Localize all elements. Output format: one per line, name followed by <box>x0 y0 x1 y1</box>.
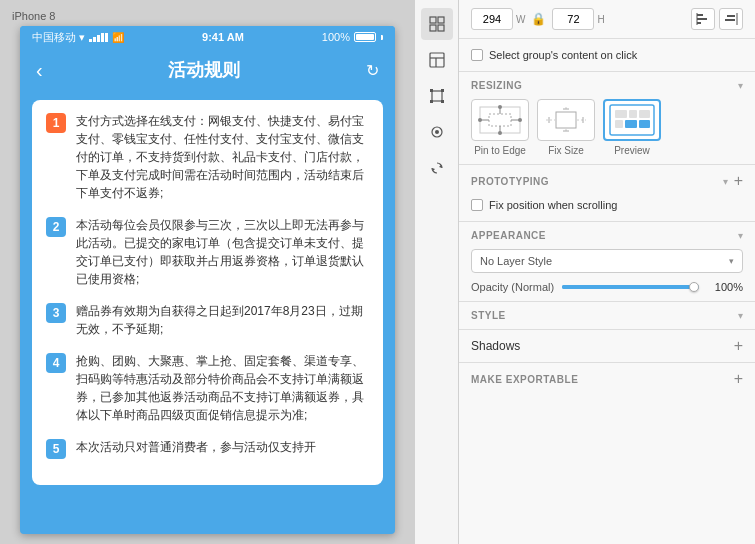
frame-icon <box>429 88 445 104</box>
style-header: STYLE ▾ <box>471 310 743 321</box>
svg-rect-9 <box>441 89 444 92</box>
svg-rect-7 <box>432 91 442 101</box>
wifi-icon: 📶 <box>112 32 124 43</box>
status-time: 9:41 AM <box>202 31 244 43</box>
fix-size-box <box>537 99 595 141</box>
resizing-section: RESIZING ▾ <box>459 72 755 165</box>
svg-rect-16 <box>697 22 701 24</box>
rules-card: 1 支付方式选择在线支付：网银支付、快捷支付、易付宝支付、零钱宝支付、任性付支付… <box>32 100 383 485</box>
fix-position-checkbox[interactable] <box>471 199 483 211</box>
fix-size-label: Fix Size <box>548 145 584 156</box>
frame-tool-button[interactable] <box>421 80 453 112</box>
battery-tip <box>381 35 383 40</box>
appearance-title: APPEARANCE <box>471 230 546 241</box>
svg-rect-15 <box>697 18 707 20</box>
select-group-section: Select group's content on click <box>459 39 755 72</box>
rule-item-3: 3 赠品券有效期为自获得之日起到2017年8月23日，过期无效，不予延期; <box>46 302 369 338</box>
export-title: MAKE EXPORTABLE <box>471 374 578 385</box>
rule-number-4: 4 <box>46 353 66 373</box>
select-group-row: Select group's content on click <box>471 47 743 63</box>
fix-position-row: Fix position when scrolling <box>471 197 743 213</box>
shadows-add-button[interactable]: + <box>734 338 743 354</box>
status-bar: 中国移动 ▾ 📶 9:41 AM 100% <box>20 26 395 48</box>
signal-bar-5 <box>105 33 108 42</box>
height-label: H <box>597 14 604 25</box>
svg-rect-11 <box>441 100 444 103</box>
opacity-label: Opacity (Normal) <box>471 281 554 293</box>
prototyping-header: PROTOTYPING ▾ + <box>471 173 743 189</box>
svg-rect-44 <box>615 120 623 128</box>
preview-label: Preview <box>614 145 650 156</box>
back-button[interactable]: ‹ <box>36 59 43 82</box>
rule-text-2: 本活动每位会员仅限参与三次，三次以上即无法再参与此活动。已提交的家电订单（包含提… <box>76 216 369 288</box>
layout-icon <box>429 52 445 68</box>
resize-options: Pin to Edge <box>471 99 743 156</box>
rule-text-4: 抢购、团购、大聚惠、掌上抢、固定套餐、渠道专享、扫码购等特惠活动及部分特价商品会… <box>76 352 369 424</box>
layer-style-select[interactable]: No Layer Style ▾ <box>471 249 743 273</box>
appearance-section: APPEARANCE ▾ No Layer Style ▾ Opacity (N… <box>459 222 755 302</box>
svg-rect-3 <box>438 25 444 31</box>
status-left: 中国移动 ▾ 📶 <box>32 30 124 45</box>
opacity-row: Opacity (Normal) 100% <box>471 281 743 293</box>
signal-bar-2 <box>93 37 96 42</box>
preview-option[interactable]: Preview <box>603 99 661 156</box>
star-icon <box>429 124 445 140</box>
svg-rect-42 <box>629 110 637 118</box>
rotate-icon <box>429 160 445 176</box>
shadows-section: Shadows + <box>459 330 755 363</box>
pin-to-edge-option[interactable]: Pin to Edge <box>471 99 529 156</box>
height-input[interactable] <box>552 8 594 30</box>
prototyping-section: PROTOTYPING ▾ + Fix position when scroll… <box>459 165 755 222</box>
width-input[interactable] <box>471 8 513 30</box>
select-group-checkbox[interactable] <box>471 49 483 61</box>
rule-text-1: 支付方式选择在线支付：网银支付、快捷支付、易付宝支付、零钱宝支付、任性付支付、支… <box>76 112 369 202</box>
svg-rect-46 <box>639 120 650 128</box>
align-right-button[interactable] <box>719 8 743 30</box>
nav-action-button[interactable]: ↻ <box>366 61 379 80</box>
svg-rect-2 <box>430 25 436 31</box>
rule-number-3: 3 <box>46 303 66 323</box>
width-field: W <box>471 8 525 30</box>
fix-size-option[interactable]: Fix Size <box>537 99 595 156</box>
rule-item-1: 1 支付方式选择在线支付：网银支付、快捷支付、易付宝支付、零钱宝支付、任性付支付… <box>46 112 369 202</box>
rotate-tool-button[interactable] <box>421 152 453 184</box>
svg-point-30 <box>498 131 502 135</box>
rule-number-5: 5 <box>46 439 66 459</box>
layout-tool-button[interactable] <box>421 44 453 76</box>
opacity-value: 100% <box>707 281 743 293</box>
opacity-slider[interactable] <box>562 285 699 289</box>
pin-edge-label: Pin to Edge <box>474 145 526 156</box>
style-chevron[interactable]: ▾ <box>738 310 743 321</box>
svg-point-13 <box>435 130 439 134</box>
rule-number-2: 2 <box>46 217 66 237</box>
opacity-thumb <box>689 282 699 292</box>
prototyping-chevron[interactable]: ▾ <box>723 176 728 187</box>
prototyping-add-button[interactable]: + <box>734 173 743 189</box>
resizing-header: RESIZING ▾ <box>471 80 743 91</box>
rule-text-5: 本次活动只对普通消费者，参与活动仅支持开 <box>76 438 316 456</box>
svg-rect-1 <box>438 17 444 23</box>
svg-rect-18 <box>727 15 735 17</box>
svg-rect-4 <box>430 53 444 67</box>
export-header: MAKE EXPORTABLE + <box>471 371 743 387</box>
svg-rect-8 <box>430 89 433 92</box>
battery-percent: 100% <box>322 31 350 43</box>
height-field: H <box>552 8 604 30</box>
grid-tool-button[interactable] <box>421 8 453 40</box>
svg-point-29 <box>498 105 502 109</box>
rule-item-5: 5 本次活动只对普通消费者，参与活动仅支持开 <box>46 438 369 459</box>
appearance-chevron[interactable]: ▾ <box>738 230 743 241</box>
svg-rect-43 <box>639 110 650 118</box>
svg-rect-22 <box>489 114 511 126</box>
content-area: 1 支付方式选择在线支付：网银支付、快捷支付、易付宝支付、零钱宝支付、任性付支付… <box>20 92 395 493</box>
export-add-button[interactable]: + <box>734 371 743 387</box>
rule-text-3: 赠品券有效期为自获得之日起到2017年8月23日，过期无效，不予延期; <box>76 302 369 338</box>
export-section: MAKE EXPORTABLE + <box>459 363 755 395</box>
signal-bars <box>89 32 108 42</box>
fix-size-svg <box>541 102 591 138</box>
star-tool-button[interactable] <box>421 116 453 148</box>
align-left-button[interactable] <box>691 8 715 30</box>
svg-rect-45 <box>625 120 637 128</box>
preview-box <box>603 99 661 141</box>
resizing-chevron[interactable]: ▾ <box>738 80 743 91</box>
